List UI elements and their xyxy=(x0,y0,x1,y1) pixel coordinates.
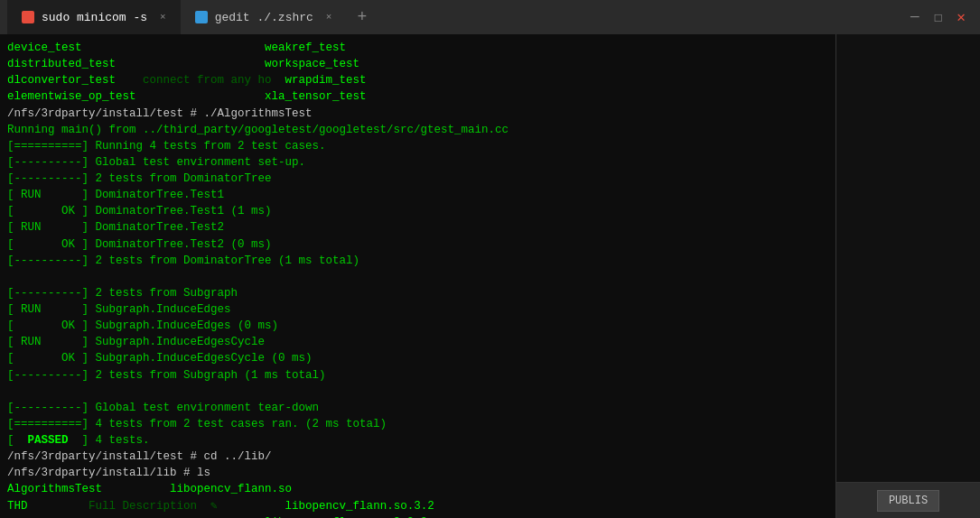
titlebar: sudo minicom -s × gedit ./.zshrc × + — ☐… xyxy=(0,0,980,34)
tab-minicom-label: sudo minicom -s xyxy=(42,11,147,24)
tab-bar: sudo minicom -s × gedit ./.zshrc × + xyxy=(7,0,910,34)
tab-minicom-close[interactable]: × xyxy=(160,12,166,23)
terminal-output: device_test weakref_test distributed_tes… xyxy=(7,40,828,518)
tab-gedit-close[interactable]: × xyxy=(326,12,332,23)
maximize-button[interactable]: ☐ xyxy=(934,8,943,26)
right-panel-bottom: PUBLIS xyxy=(836,482,980,518)
publish-button[interactable]: PUBLIS xyxy=(877,490,939,512)
close-button[interactable]: ✕ xyxy=(957,8,966,26)
tab-icon-blue xyxy=(195,11,208,23)
tab-gedit-label: gedit ./.zshrc xyxy=(215,11,313,24)
right-panel: PUBLIS xyxy=(835,34,980,518)
minimize-button[interactable]: — xyxy=(910,9,919,25)
tab-minicom[interactable]: sudo minicom -s × xyxy=(7,0,181,34)
main-area: device_test weakref_test distributed_tes… xyxy=(0,34,980,518)
new-tab-button[interactable]: + xyxy=(346,8,378,26)
tab-gedit[interactable]: gedit ./.zshrc × xyxy=(181,0,347,34)
right-panel-content xyxy=(836,34,980,482)
terminal-pane[interactable]: device_test weakref_test distributed_tes… xyxy=(0,34,835,518)
tab-icon-red xyxy=(22,11,34,23)
window-controls: — ☐ ✕ xyxy=(910,8,973,26)
